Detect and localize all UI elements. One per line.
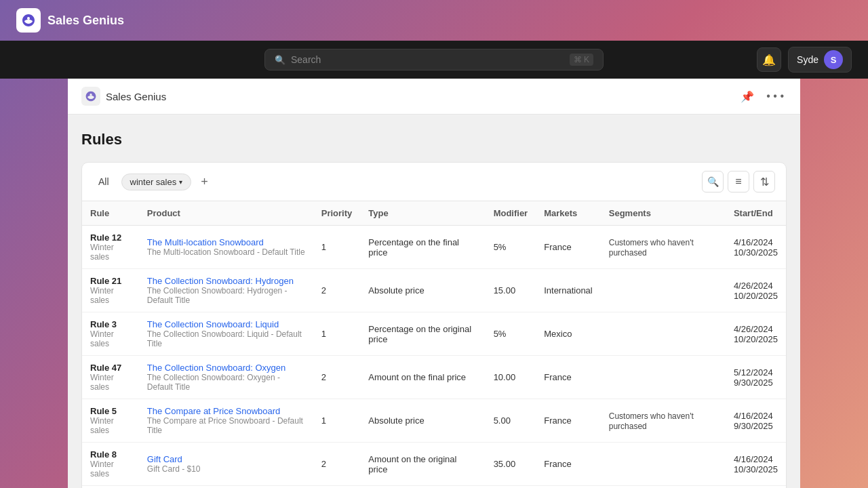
cell-modifier-2: 5% <box>486 312 536 356</box>
cell-type-0: Percentage on the final price <box>360 226 485 269</box>
table-row: Rule 12 Winter sales The Multi-location … <box>82 226 786 269</box>
cell-rule-4: Rule 5 Winter sales <box>82 399 139 443</box>
cell-priority-2: 1 <box>313 312 361 356</box>
cell-dates-1: 4/26/2024 10/20/2025 <box>726 269 786 312</box>
sort-table-button[interactable]: ⇅ <box>753 171 775 192</box>
cell-modifier-1: 15.00 <box>486 269 536 312</box>
cell-priority-5: 2 <box>313 443 361 486</box>
cell-segments-1 <box>601 269 726 312</box>
product-link-4[interactable]: The Compare at Price Snowboard <box>147 406 281 416</box>
chevron-down-icon: ▾ <box>179 178 182 186</box>
cell-rule-5: Rule 8 Winter sales <box>82 443 139 486</box>
add-filter-button[interactable]: + <box>198 175 211 189</box>
table-header-row: Rule Product Priority Type Modifier Mark… <box>82 201 786 226</box>
cell-product-6: Gift Card Gift Card - $25 <box>139 486 313 489</box>
cell-modifier-5: 35.00 <box>486 443 536 486</box>
cell-product-3: The Collection Snowboard: Oxygen The Col… <box>139 356 313 399</box>
table-row: Rule 3 Winter sales The Collection Snowb… <box>82 312 786 356</box>
cell-rule-1: Rule 21 Winter sales <box>82 269 139 312</box>
cell-rule-6: Rule 9 Winter sales <box>82 486 139 489</box>
search-shortcut: ⌘ K <box>570 54 593 66</box>
cell-product-1: The Collection Snowboard: Hydrogen The C… <box>139 269 313 312</box>
user-name: Syde <box>797 54 818 65</box>
content-area: Sales Genius 📌 • • • Rules All winter sa… <box>68 79 800 488</box>
cell-priority-3: 2 <box>313 356 361 399</box>
cell-priority-1: 2 <box>313 269 361 312</box>
cell-dates-3: 5/12/2024 9/30/2025 <box>726 356 786 399</box>
notification-button[interactable]: 🔔 <box>757 47 781 72</box>
cell-product-0: The Multi-location Snowboard The Multi-l… <box>139 226 313 269</box>
cell-segments-4: Customers who haven't purchased <box>601 399 726 443</box>
sort-icon: ⇅ <box>760 176 769 188</box>
cell-type-6: Percentage on the final price <box>360 486 485 489</box>
col-segments: Segments <box>601 201 726 226</box>
cell-markets-4: France <box>536 399 601 443</box>
product-link-1[interactable]: The Collection Snowboard: Hydrogen <box>147 276 294 286</box>
inner-logo-icon <box>81 87 100 106</box>
filter-table-button[interactable]: ≡ <box>728 171 749 192</box>
col-priority: Priority <box>313 201 361 226</box>
col-startend: Start/End <box>726 201 786 226</box>
cell-markets-0: France <box>536 226 601 269</box>
top-bar: Sales Genius <box>0 0 868 41</box>
table-row: Rule 21 Winter sales The Collection Snow… <box>82 269 786 312</box>
cell-priority-0: 1 <box>313 226 361 269</box>
cell-segments-6 <box>601 486 726 489</box>
cell-modifier-3: 10.00 <box>486 356 536 399</box>
search-table-button[interactable]: 🔍 <box>702 171 724 192</box>
col-rule: Rule <box>82 201 139 226</box>
cell-rule-2: Rule 3 Winter sales <box>82 312 139 356</box>
col-type: Type <box>360 201 485 226</box>
table-row: Rule 8 Winter sales Gift Card Gift Card … <box>82 443 786 486</box>
inner-logo-text: Sales Genius <box>106 91 166 102</box>
user-avatar: S <box>824 50 843 69</box>
all-filter-button[interactable]: All <box>93 174 115 190</box>
cell-priority-4: 1 <box>313 399 361 443</box>
cell-dates-2: 4/26/2024 10/20/2025 <box>726 312 786 356</box>
cell-type-1: Absolute price <box>360 269 485 312</box>
app-title: Sales Genius <box>47 14 124 28</box>
inner-logo: Sales Genius <box>81 87 166 106</box>
cell-markets-3: France <box>536 356 601 399</box>
cell-type-4: Absolute price <box>360 399 485 443</box>
cell-type-5: Amount on the original price <box>360 443 485 486</box>
product-link-5[interactable]: Gift Card <box>147 454 182 464</box>
cell-segments-5 <box>601 443 726 486</box>
cell-modifier-0: 5% <box>486 226 536 269</box>
search-icon: 🔍 <box>275 55 285 65</box>
cell-product-4: The Compare at Price Snowboard The Compa… <box>139 399 313 443</box>
cell-markets-6: France <box>536 486 601 489</box>
cell-markets-2: Mexico <box>536 312 601 356</box>
inner-header-actions: 📌 • • • <box>738 87 787 106</box>
cell-markets-5: France <box>536 443 601 486</box>
product-link-2[interactable]: The Collection Snowboard: Liquid <box>147 319 279 329</box>
cell-type-3: Amount on the final price <box>360 356 485 399</box>
search-placeholder: Search <box>291 54 564 65</box>
cell-dates-4: 4/16/2024 9/30/2025 <box>726 399 786 443</box>
product-link-0[interactable]: The Multi-location Snowboard <box>147 237 264 247</box>
more-button[interactable]: • • • <box>764 87 787 105</box>
cell-segments-2 <box>601 312 726 356</box>
filter-right: 🔍 ≡ ⇅ <box>702 171 775 192</box>
table-toolbar: All winter sales ▾ + 🔍 ≡ ⇅ <box>82 163 786 201</box>
table-row: Rule 9 Winter sales Gift Card Gift Card … <box>82 486 786 489</box>
cell-modifier-6: 35% <box>486 486 536 489</box>
cell-modifier-4: 5.00 <box>486 399 536 443</box>
product-link-3[interactable]: The Collection Snowboard: Oxygen <box>147 363 286 373</box>
filter-tag-label: winter sales <box>130 177 177 187</box>
cell-segments-0: Customers who haven't purchased <box>601 226 726 269</box>
winter-sales-filter[interactable]: winter sales ▾ <box>121 174 192 190</box>
col-modifier: Modifier <box>486 201 536 226</box>
rules-table-container: All winter sales ▾ + 🔍 ≡ ⇅ <box>81 162 787 488</box>
cell-product-2: The Collection Snowboard: Liquid The Col… <box>139 312 313 356</box>
pin-button[interactable]: 📌 <box>738 87 757 106</box>
user-menu-button[interactable]: Syde S <box>788 47 852 73</box>
search-bar[interactable]: 🔍 Search ⌘ K <box>264 49 604 70</box>
filter-icon: ≡ <box>735 176 741 188</box>
table-row: Rule 5 Winter sales The Compare at Price… <box>82 399 786 443</box>
app-logo-icon <box>16 8 41 33</box>
col-markets: Markets <box>536 201 601 226</box>
cell-segments-3 <box>601 356 726 399</box>
page-title: Rules <box>81 131 787 148</box>
cell-markets-1: International <box>536 269 601 312</box>
